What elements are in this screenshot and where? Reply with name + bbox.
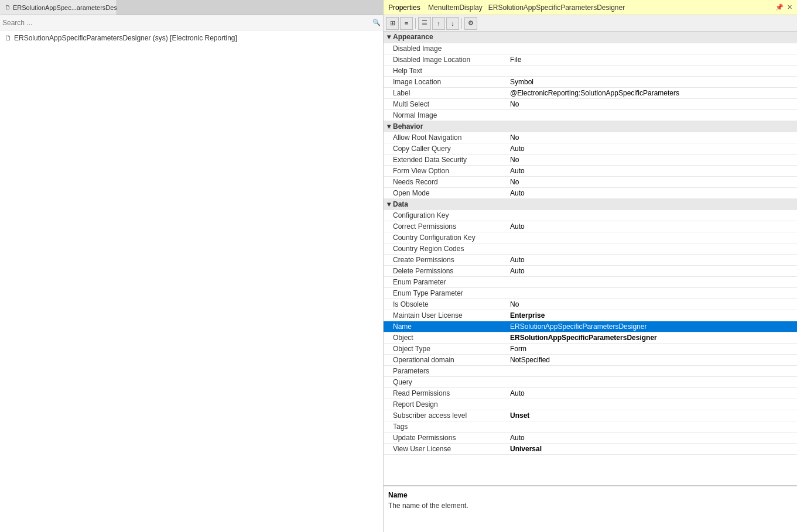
section-header[interactable]: ▾Behavior xyxy=(384,121,797,132)
property-row[interactable]: Allow Root NavigationNo xyxy=(384,132,797,143)
prop-name-cell: Name xyxy=(384,321,507,332)
property-row[interactable]: Extended Data SecurityNo xyxy=(384,154,797,165)
property-row[interactable]: Copy Caller QueryAuto xyxy=(384,143,797,154)
properties-title-label: Properties xyxy=(388,4,420,12)
property-row[interactable]: Normal Image xyxy=(384,109,797,121)
property-row[interactable]: Delete PermissionsAuto xyxy=(384,265,797,276)
prop-value-cell: Auto xyxy=(507,387,797,399)
property-row[interactable]: Correct PermissionsAuto xyxy=(384,221,797,232)
prop-value-cell: Auto xyxy=(507,221,797,232)
toolbar-gear-btn[interactable]: ⚙ xyxy=(464,17,477,30)
property-row[interactable]: Is ObsoleteNo xyxy=(384,298,797,310)
footer-prop-desc: The name of the element. xyxy=(388,502,792,510)
tree-content: 🗋 ERSolutionAppSpecificParametersDesigne… xyxy=(0,30,383,532)
tree-item-label: ERSolutionAppSpecificParametersDesigner … xyxy=(14,34,237,42)
toolbar-separator-2 xyxy=(461,18,462,29)
property-row[interactable]: Operational domainNotSpecified xyxy=(384,354,797,365)
prop-name-cell: Operational domain xyxy=(384,354,507,365)
toolbar-sort-asc-btn[interactable]: ↑ xyxy=(432,17,445,30)
pin-button[interactable]: 📌 xyxy=(775,4,784,11)
property-row[interactable]: Report Design xyxy=(384,399,797,410)
prop-name-cell: Subscriber access level xyxy=(384,410,507,421)
property-row[interactable]: Maintain User LicenseEnterprise xyxy=(384,310,797,321)
prop-name-cell: Multi Select xyxy=(384,98,507,109)
prop-value-cell: Enterprise xyxy=(507,310,797,321)
property-row[interactable]: Disabled Image xyxy=(384,43,797,54)
section-header[interactable]: ▾Appearance xyxy=(384,32,797,43)
prop-name-cell: Allow Root Navigation xyxy=(384,132,507,143)
left-panel: 🗋 ERSolutionAppSpec...arametersDesigner … xyxy=(0,0,384,532)
header-controls: 📌 ✕ xyxy=(773,4,792,11)
prop-name-cell: Parameters xyxy=(384,365,507,376)
properties-title: Properties MenuItemDisplay ERSolutionApp… xyxy=(388,4,625,12)
tree-item[interactable]: 🗋 ERSolutionAppSpecificParametersDesigne… xyxy=(2,33,381,43)
property-row[interactable]: Tags xyxy=(384,421,797,432)
prop-name-cell: Enum Type Parameter xyxy=(384,287,507,298)
search-input[interactable] xyxy=(2,19,372,27)
property-row[interactable]: View User LicenseUniversal xyxy=(384,443,797,454)
property-row[interactable]: Configuration Key xyxy=(384,210,797,221)
prop-value-cell: No xyxy=(507,176,797,187)
prop-value-cell: Auto xyxy=(507,265,797,276)
prop-value-cell: @ElectronicReporting:SolutionAppSpecific… xyxy=(507,87,797,98)
property-row[interactable]: Label@ElectronicReporting:SolutionAppSpe… xyxy=(384,87,797,98)
property-row[interactable]: Image LocationSymbol xyxy=(384,76,797,87)
property-row[interactable]: Open ModeAuto xyxy=(384,187,797,198)
property-row[interactable]: Form View OptionAuto xyxy=(384,165,797,176)
close-header-button[interactable]: ✕ xyxy=(787,4,792,11)
prop-name-cell: Object xyxy=(384,332,507,343)
property-row[interactable]: Country Configuration Key xyxy=(384,232,797,243)
property-row[interactable]: Enum Type Parameter xyxy=(384,287,797,298)
file-icon: 🗋 xyxy=(5,34,12,42)
prop-name-cell: Read Permissions xyxy=(384,387,507,399)
toolbar-properties-btn[interactable]: ☰ xyxy=(418,17,431,30)
prop-value-cell: Form xyxy=(507,343,797,354)
prop-name-cell: Help Text xyxy=(384,65,507,76)
section-label: Behavior xyxy=(393,122,423,131)
toolbar-alphabetical-btn[interactable]: ≡ xyxy=(400,17,413,30)
prop-value-cell xyxy=(507,109,797,121)
property-row[interactable]: Help Text xyxy=(384,65,797,76)
search-bar: 🔍 xyxy=(0,15,383,30)
prop-name-cell: Label xyxy=(384,87,507,98)
prop-value-cell: No xyxy=(507,298,797,310)
properties-table-container: ▾AppearanceDisabled ImageDisabled Image … xyxy=(384,32,797,485)
section-header[interactable]: ▾Data xyxy=(384,198,797,210)
prop-value-cell xyxy=(507,376,797,387)
property-row[interactable]: Multi SelectNo xyxy=(384,98,797,109)
prop-value-cell: Universal xyxy=(507,443,797,454)
property-row[interactable]: Disabled Image LocationFile xyxy=(384,54,797,65)
property-row[interactable]: Needs RecordNo xyxy=(384,176,797,187)
property-row[interactable]: NameERSolutionAppSpecificParametersDesig… xyxy=(384,321,797,332)
property-row[interactable]: Update PermissionsAuto xyxy=(384,432,797,443)
prop-name-cell: Is Obsolete xyxy=(384,298,507,310)
properties-header: Properties MenuItemDisplay ERSolutionApp… xyxy=(384,0,797,15)
prop-name-cell: Report Design xyxy=(384,399,507,410)
property-row[interactable]: Read PermissionsAuto xyxy=(384,387,797,399)
property-row[interactable]: Create PermissionsAuto xyxy=(384,254,797,265)
property-row[interactable]: Enum Parameter xyxy=(384,276,797,287)
prop-name-cell: Disabled Image Location xyxy=(384,54,507,65)
prop-name-cell: Extended Data Security xyxy=(384,154,507,165)
tab-icon: 🗋 xyxy=(5,4,11,11)
prop-name-cell: Configuration Key xyxy=(384,210,507,221)
property-row[interactable]: ObjectERSolutionAppSpecificParametersDes… xyxy=(384,332,797,343)
prop-value-cell: No xyxy=(507,98,797,109)
prop-value-cell: Auto xyxy=(507,143,797,154)
property-row[interactable]: Parameters xyxy=(384,365,797,376)
prop-name-cell: View User License xyxy=(384,443,507,454)
property-row[interactable]: Country Region Codes xyxy=(384,243,797,254)
prop-value-cell xyxy=(507,399,797,410)
toolbar-categorized-btn[interactable]: ⊞ xyxy=(386,17,399,30)
toolbar-sort-desc-btn[interactable]: ↓ xyxy=(446,17,459,30)
prop-value-cell: Auto xyxy=(507,254,797,265)
property-row[interactable]: Subscriber access levelUnset xyxy=(384,410,797,421)
prop-name-cell: Copy Caller Query xyxy=(384,143,507,154)
toolbar-row: ⊞ ≡ ☰ ↑ ↓ ⚙ xyxy=(384,15,797,32)
prop-value-cell: File xyxy=(507,54,797,65)
section-label: Appearance xyxy=(393,33,433,41)
tab-label: ERSolutionAppSpec...arametersDesigner xyxy=(13,4,117,11)
property-row[interactable]: Query xyxy=(384,376,797,387)
tab-item[interactable]: 🗋 ERSolutionAppSpec...arametersDesigner … xyxy=(0,0,117,15)
property-row[interactable]: Object TypeForm xyxy=(384,343,797,354)
